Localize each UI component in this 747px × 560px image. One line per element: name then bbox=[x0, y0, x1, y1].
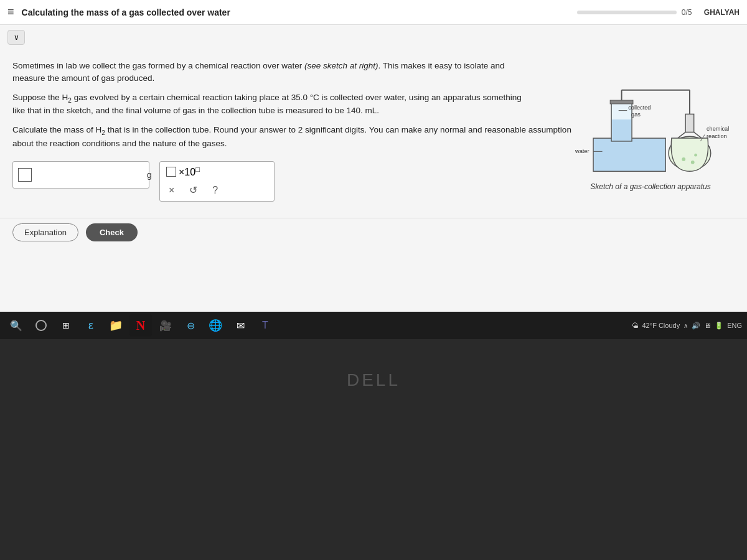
taskbar-taskview-button[interactable]: ⊞ bbox=[55, 314, 77, 337]
weather-text: 42°F Cloudy bbox=[642, 322, 680, 329]
system-tray: 🌤 42°F Cloudy ∧ 🔊 🖥 🔋 ENG bbox=[632, 322, 743, 330]
answer-input-container: g bbox=[12, 161, 149, 189]
answer-unit: g bbox=[147, 170, 152, 180]
taskbar-mail-button[interactable]: ✉ bbox=[229, 314, 251, 337]
taskbar-edge-button[interactable]: ε bbox=[80, 314, 102, 337]
network-icon[interactable]: 🖥 bbox=[704, 322, 711, 329]
battery-icon[interactable]: 🔋 bbox=[715, 322, 723, 330]
header-bar: ≡ Calculating the mass of a gas collecte… bbox=[0, 0, 747, 25]
language-text: ENG bbox=[727, 322, 742, 329]
svg-text:reaction: reaction bbox=[707, 133, 727, 139]
sci-notation-box: ×10□ × ↺ ? bbox=[159, 161, 275, 202]
input-box-icon bbox=[18, 168, 32, 182]
sketch-caption: Sketch of a gas-collection apparatus bbox=[566, 182, 735, 191]
taskbar: 🔍 ⊞ ε 📁 N 🎥 ⊖ 🌐 ✉ T 🌤 42°F Cloudy ∧ � bbox=[0, 312, 747, 339]
svg-text:gas: gas bbox=[631, 111, 641, 118]
explanation-button[interactable]: Explanation bbox=[12, 223, 78, 241]
sci-notation-checkbox[interactable] bbox=[166, 167, 176, 177]
svg-point-13 bbox=[691, 161, 695, 164]
taskbar-app1-button[interactable]: ⊖ bbox=[179, 314, 202, 337]
hamburger-icon[interactable]: ≡ bbox=[7, 6, 14, 19]
sci-notation-top: ×10□ bbox=[166, 166, 268, 178]
sci-undo-button[interactable]: ↺ bbox=[187, 183, 200, 197]
svg-point-14 bbox=[694, 154, 697, 157]
svg-rect-0 bbox=[593, 138, 665, 171]
mail-icon: ✉ bbox=[237, 320, 245, 332]
apparatus-sketch: collected gas water chemical reaction bbox=[566, 84, 735, 177]
svg-text:collected: collected bbox=[628, 105, 651, 111]
netflix-icon: N bbox=[136, 319, 145, 333]
circle-icon bbox=[35, 320, 47, 331]
svg-rect-9 bbox=[685, 114, 694, 132]
svg-text:chemical: chemical bbox=[707, 126, 729, 132]
taskbar-chrome-button[interactable]: 🌐 bbox=[204, 314, 227, 337]
progress-bar bbox=[577, 11, 677, 14]
content-body: collected gas water chemical reaction Sk… bbox=[0, 50, 747, 218]
edge-icon: ε bbox=[88, 319, 93, 332]
svg-rect-3 bbox=[612, 119, 631, 141]
check-button[interactable]: Check bbox=[86, 223, 138, 241]
dell-logo: DELL bbox=[347, 370, 400, 390]
folder-icon: 📁 bbox=[109, 319, 123, 332]
dropdown-button[interactable]: ∨ bbox=[7, 30, 25, 45]
sci-actions: × ↺ ? bbox=[166, 183, 268, 197]
action-bar: Explanation Check bbox=[0, 218, 747, 246]
problem-intro-text: Sometimes in lab we collect the gas form… bbox=[12, 60, 523, 85]
taskbar-search-icon[interactable]: 🔍 bbox=[5, 314, 27, 337]
problem-calculate-text: Calculate the mass of H2 that is in the … bbox=[12, 124, 573, 150]
chevron-up-icon[interactable]: ∧ bbox=[684, 322, 688, 329]
chevron-down-icon: ∨ bbox=[14, 33, 19, 42]
progress-text: 0/5 bbox=[682, 8, 699, 17]
teams-icon: T bbox=[262, 320, 268, 331]
svg-point-12 bbox=[682, 157, 685, 161]
svg-rect-4 bbox=[610, 100, 633, 104]
search-icon: 🔍 bbox=[10, 320, 22, 332]
taskbar-netflix-button[interactable]: N bbox=[129, 314, 152, 337]
taskbar-explorer-button[interactable]: 📁 bbox=[105, 314, 127, 337]
svg-text:water: water bbox=[575, 148, 589, 154]
sci-clear-button[interactable]: × bbox=[166, 184, 177, 197]
weather-icon: 🌤 bbox=[632, 322, 639, 329]
progress-area: 0/5 bbox=[577, 8, 699, 17]
camera-icon: 🎥 bbox=[159, 320, 172, 332]
taskbar-camera-button[interactable]: 🎥 bbox=[154, 314, 177, 337]
problem-suppose-text: Suppose the H2 gas evolved by a certain … bbox=[12, 91, 523, 118]
sketch-container: collected gas water chemical reaction Sk… bbox=[566, 84, 735, 191]
volume-icon[interactable]: 🔊 bbox=[692, 322, 700, 330]
page-title: Calculating the mass of a gas collected … bbox=[22, 7, 577, 17]
sci-exponent: □ bbox=[195, 166, 200, 173]
sci-notation-label: ×10□ bbox=[179, 166, 200, 178]
taskbar-circle-button[interactable] bbox=[30, 314, 52, 337]
sci-help-button[interactable]: ? bbox=[210, 184, 220, 197]
app1-icon: ⊖ bbox=[187, 320, 195, 332]
taskbar-teams-button[interactable]: T bbox=[254, 314, 276, 337]
chrome-icon: 🌐 bbox=[209, 319, 222, 332]
user-name: GHALYAH bbox=[704, 8, 740, 17]
keyboard-area: DELL bbox=[0, 339, 747, 560]
taskview-icon: ⊞ bbox=[62, 320, 70, 330]
answer-input[interactable] bbox=[35, 170, 144, 180]
